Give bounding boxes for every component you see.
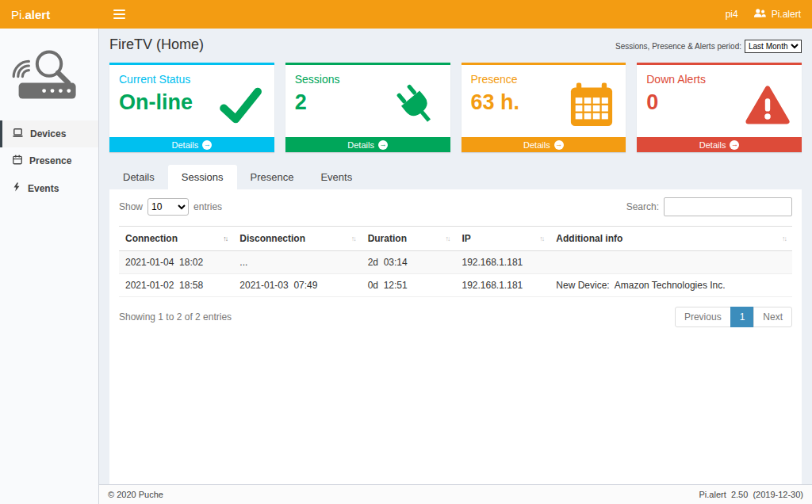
column-header-additional-info[interactable]: Additional info↑↓ [550,227,792,251]
cell-connection: 2021-01-02 18:58 [119,274,233,297]
sort-icon: ↑↓ [351,233,355,242]
show-label: Show [119,201,143,212]
column-header-disconnection[interactable]: Disconnection↑↓ [233,227,361,251]
search-label: Search: [626,201,659,212]
copyright-label: © 2020 Puche [108,490,163,499]
arrow-right-icon: → [730,140,739,150]
details-link-presence[interactable]: Details → [462,137,626,152]
pagination: Previous 1 Next [676,307,792,327]
tab-sessions[interactable]: Sessions [168,165,237,189]
main-content: FireTV (Home) Sessions, Presence & Alert… [99,29,812,484]
version-label: Pi.alert 2.50 (2019-12-30) [699,490,803,499]
brand-suffix: alert [25,8,51,21]
laptop-icon [12,128,24,140]
summary-box-sessions: Sessions 2 [285,63,450,152]
previous-page-button[interactable]: Previous [675,307,731,327]
page-footer: © 2020 Puche Pi.alert 2.50 (2019-12-30) [99,484,812,504]
details-link-down-alerts[interactable]: Details → [637,137,802,152]
details-link-sessions[interactable]: Details → [285,137,450,152]
sidebar-item-presence[interactable]: Presence [0,147,98,174]
table-info-label: Showing 1 to 2 of 2 entries [119,311,232,323]
hostname-label: pi4 [726,9,738,20]
tab-events[interactable]: Events [307,165,366,189]
cell-ip: 192.168.1.181 [455,274,550,297]
cell-ip: 192.168.1.181 [455,251,550,274]
arrow-right-icon: → [554,140,564,150]
sort-icon: ↑↓ [223,233,227,242]
period-label: Sessions, Presence & Alerts period: [615,42,741,51]
app-logo-image [0,29,98,120]
sessions-table: Connection↑↓ Disconnection↑↓ Duration↑↓ … [119,226,792,297]
cell-duration: 0d 12:51 [362,274,456,297]
cell-connection: 2021-01-04 18:02 [119,251,233,274]
period-select[interactable]: Last Month [745,40,802,53]
entries-label: entries [193,201,222,212]
sidebar-item-label: Devices [30,128,66,139]
table-row: 2021-01-04 18:02 ... 2d 03:14 192.168.1.… [119,251,792,274]
tab-presence[interactable]: Presence [237,165,308,189]
sessions-tab-panel: Show 10 entries Search: Connectio [109,189,802,484]
brand-logo[interactable]: Pi.alert [0,0,99,29]
cell-additional-info [550,251,792,274]
column-header-duration[interactable]: Duration↑↓ [362,227,456,251]
sidebar: Devices Presence [0,29,99,504]
tab-bar: Details Sessions Presence Events [109,165,802,189]
page-title: FireTV (Home) [109,36,204,53]
plug-icon [393,82,439,128]
details-link-status[interactable]: Details → [109,137,274,152]
cell-disconnection: ... [233,251,361,274]
sort-icon: ↑↓ [782,233,786,242]
sidebar-item-devices[interactable]: Devices [0,120,98,147]
calendar-icon [569,82,615,128]
page-1-button[interactable]: 1 [730,307,755,327]
calendar-icon [12,155,23,167]
cell-duration: 2d 03:14 [362,251,456,274]
next-page-button[interactable]: Next [753,307,792,327]
cell-additional-info: New Device: Amazon Technologies Inc. [550,274,792,297]
column-header-connection[interactable]: Connection↑↓ [119,227,233,251]
sidebar-menu: Devices Presence [0,120,98,202]
sidebar-item-events[interactable]: Events [0,174,98,202]
navbar: pi4 Pi.alert [99,0,812,29]
sidebar-item-label: Events [28,183,59,194]
summary-box-presence: Presence 63 h. [462,63,626,152]
tab-details[interactable]: Details [109,165,168,189]
page-length-select[interactable]: 10 [147,198,189,216]
summary-box-down-alerts: Down Alerts 0 Details → [637,63,802,152]
search-input[interactable] [664,197,792,216]
table-row: 2021-01-02 18:58 2021-01-03 07:49 0d 12:… [119,274,792,297]
arrow-right-icon: → [378,140,388,150]
menu-toggle-icon[interactable] [110,6,128,22]
sort-icon: ↑↓ [445,233,449,242]
sidebar-item-label: Presence [29,155,71,166]
sort-icon: ↑↓ [539,233,543,242]
summary-boxes: Current Status On-line Details → [109,63,802,152]
column-header-ip[interactable]: IP↑↓ [455,227,550,251]
user-menu[interactable]: Pi.alert [753,7,801,21]
warning-triangle-icon [745,82,791,128]
cell-disconnection: 2021-01-03 07:49 [233,274,361,297]
brand-prefix: Pi. [11,8,25,21]
bolt-icon [12,181,21,195]
user-menu-label: Pi.alert [772,9,801,20]
top-navbar: Pi.alert pi4 Pi.alert [0,0,812,29]
check-icon [217,82,263,128]
users-icon [753,7,767,21]
arrow-right-icon: → [202,140,212,150]
summary-box-current-status: Current Status On-line Details → [109,63,274,152]
